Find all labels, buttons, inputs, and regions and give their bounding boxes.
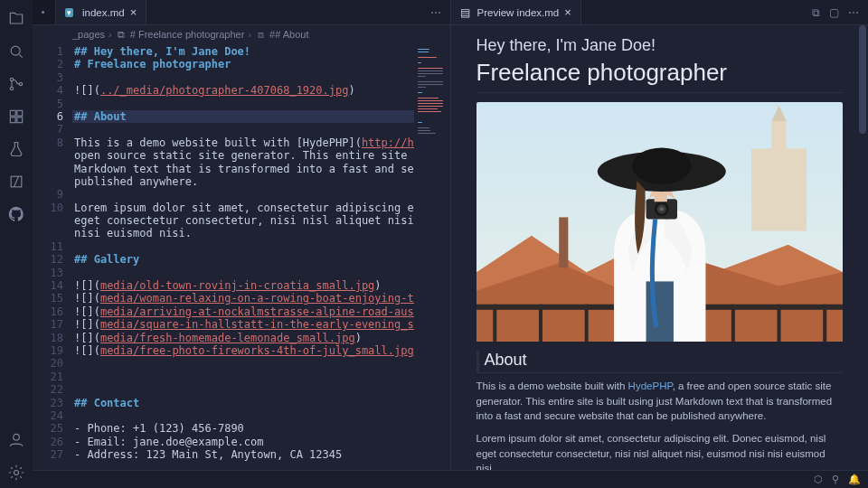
code-line[interactable]: Markdown text that is transformed into a… — [72, 163, 450, 175]
code-line[interactable]: published anywhere. — [72, 175, 450, 188]
code-line[interactable]: - Address: 123 Main St, Anytown, CA 1234… — [72, 448, 450, 461]
code-line[interactable] — [72, 98, 450, 110]
close-icon[interactable] — [564, 6, 571, 18]
code-line[interactable]: ![](media/fresh-homemade-lemonade_small.… — [72, 332, 450, 344]
svg-point-2 — [10, 87, 13, 89]
code-line[interactable]: eget consectetur consectetur, nisi nisl … — [72, 214, 450, 227]
hash-icon: ⧉ — [116, 29, 127, 40]
code-line[interactable]: ## Hey there, I'm Jane Doe! — [72, 45, 450, 58]
hero-image — [476, 102, 844, 342]
svg-point-34 — [632, 147, 691, 184]
code-line[interactable] — [72, 357, 450, 370]
chevron-right-icon: › — [108, 29, 112, 40]
preview-tab[interactable]: ▤ Preview index.md — [451, 0, 581, 24]
scrollbar-thumb[interactable] — [859, 25, 866, 134]
code-line[interactable]: # Freelance photographer — [72, 58, 450, 70]
source-control-tab[interactable] — [0, 69, 33, 99]
editor-pane: index.md ⋯ _pages › ⧉ # Freelance photog… — [33, 0, 451, 470]
editor-tab-bar: index.md ⋯ — [33, 0, 450, 25]
code-line[interactable]: ## Gallery — [72, 253, 450, 266]
code-line[interactable] — [72, 383, 450, 396]
status-item[interactable]: ⚲ — [832, 474, 839, 485]
more-icon[interactable]: ⋯ — [430, 6, 441, 19]
code-line[interactable]: ![](media/square-in-hallstatt-in-the-ear… — [72, 318, 450, 331]
code-line[interactable] — [72, 409, 450, 422]
code-line[interactable] — [72, 371, 450, 383]
code-line[interactable]: ## About — [72, 110, 450, 123]
notifications-icon[interactable]: 🔔 — [848, 474, 861, 485]
breadcrumb-segment[interactable]: _pages — [72, 29, 105, 40]
preview-paragraph: Lorem ipsum dolor sit amet, consectetur … — [476, 431, 844, 470]
split-icon[interactable]: ▢ — [829, 6, 839, 19]
debug-icon[interactable] — [0, 166, 33, 197]
breadcrumb-segment[interactable]: # Freelance photographer — [130, 29, 245, 40]
settings-icon[interactable] — [0, 457, 33, 488]
code-line[interactable]: ## Contact — [72, 397, 450, 409]
testing-tab[interactable] — [0, 134, 33, 164]
code-line[interactable] — [72, 267, 450, 279]
preview-pane: ▤ Preview index.md ⧉ ▢ ⋯ Hey there, I'm … — [451, 0, 869, 470]
preview-section-about: About — [476, 351, 844, 373]
dot-icon — [42, 11, 44, 14]
svg-rect-24 — [559, 217, 568, 267]
svg-rect-25 — [646, 281, 673, 342]
code-line[interactable]: Lorem ipsum dolor sit amet, consectetur … — [72, 202, 450, 214]
svg-rect-13 — [771, 121, 786, 153]
code-line[interactable]: ![](../_media/photographer-407068_1920.j… — [72, 84, 450, 97]
preview-tab-bar: ▤ Preview index.md ⧉ ▢ ⋯ — [451, 0, 869, 25]
code-line[interactable]: nisi euismod nisi. — [72, 227, 450, 239]
code-line[interactable]: ![](media/old-town-rovinj-in-croatia_sma… — [72, 279, 450, 292]
svg-rect-12 — [751, 148, 807, 230]
extensions-tab[interactable] — [0, 101, 33, 132]
svg-point-10 — [14, 471, 19, 475]
status-item[interactable]: ⬡ — [814, 474, 823, 485]
code-line[interactable] — [72, 240, 450, 253]
status-bar: ⬡ ⚲ 🔔 — [33, 470, 868, 488]
svg-point-31 — [659, 207, 663, 211]
code-line[interactable]: open source static site generator. This … — [72, 149, 450, 162]
github-tab[interactable] — [0, 199, 33, 230]
preview-heading-hey: Hey there, I'm Jane Doe! — [476, 36, 844, 55]
breadcrumb-segment[interactable]: ## About — [269, 29, 308, 40]
tab-label: Preview index.md — [477, 7, 560, 18]
account-icon[interactable] — [0, 425, 33, 455]
code-line[interactable]: ![](media/arriving-at-nockalmstrasse-alp… — [72, 305, 450, 318]
markdown-icon — [65, 6, 77, 18]
svg-rect-4 — [10, 110, 15, 116]
pop-out-icon[interactable]: ⧉ — [812, 6, 820, 19]
svg-point-0 — [11, 46, 20, 55]
code-line[interactable] — [72, 188, 450, 201]
code-line[interactable]: ![](media/free-photo-fireworks-4th-of-ju… — [72, 344, 450, 357]
code-line[interactable] — [72, 71, 450, 84]
hash-icon: ⧈ — [255, 29, 266, 40]
editor-actions: ⋯ — [421, 0, 450, 24]
preview-scrollbar[interactable] — [857, 0, 868, 470]
file-tab-index[interactable]: index.md — [56, 0, 146, 24]
markdown-preview[interactable]: Hey there, I'm Jane Doe! Freelance photo… — [451, 25, 869, 470]
code-line[interactable] — [72, 123, 450, 136]
svg-point-3 — [19, 82, 22, 85]
breadcrumb[interactable]: _pages › ⧉ # Freelance photographer › ⧈ … — [33, 25, 450, 43]
code-area[interactable]: ## Hey there, I'm Jane Doe!# Freelance p… — [72, 43, 450, 470]
explorer-tab[interactable] — [0, 4, 33, 34]
text-editor[interactable]: 1234567891011121314151617181920212223242… — [33, 43, 450, 470]
tab-label: index.md — [82, 7, 125, 18]
chevron-right-icon: › — [248, 29, 251, 40]
preview-paragraph: This is a demo website built with HydePH… — [476, 379, 844, 424]
svg-rect-6 — [10, 117, 15, 123]
close-icon[interactable] — [130, 6, 137, 18]
activity-bar — [0, 0, 33, 488]
search-tab[interactable] — [0, 36, 33, 67]
svg-point-9 — [14, 434, 20, 440]
svg-rect-5 — [17, 110, 23, 116]
code-line[interactable]: - Phone: +1 (123) 456-7890 — [72, 422, 450, 435]
preview-heading-job: Freelance photographer — [476, 59, 844, 93]
code-line[interactable]: ![](media/woman-relaxing-on-a-rowing-boa… — [72, 292, 450, 305]
hydephp-link[interactable]: HydePHP — [628, 380, 673, 391]
pinned-tab[interactable] — [33, 0, 56, 24]
svg-rect-7 — [17, 117, 23, 123]
preview-icon: ▤ — [460, 6, 472, 18]
code-line[interactable]: This is a demo website built with [HydeP… — [72, 136, 450, 149]
code-line[interactable]: - Email: jane.doe@example.com — [72, 436, 450, 448]
svg-point-1 — [10, 78, 13, 80]
